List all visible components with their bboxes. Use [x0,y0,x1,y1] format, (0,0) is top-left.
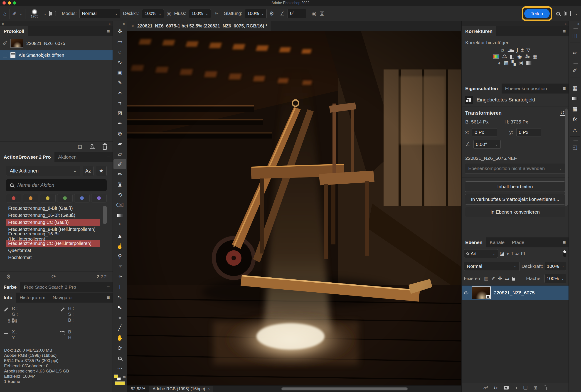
search-icon[interactable] [556,12,560,16]
tab-navigator[interactable]: Navigator [49,292,77,302]
layer-comp-select[interactable]: Ebenenkomposition nicht anwenden ⌄ [465,163,565,174]
dock-brush-presets[interactable]: ✐ [569,61,581,76]
history-checkbox[interactable] [3,53,7,58]
document-profile-status[interactable]: Adobe RGB (1998) (16bpc) › [149,386,213,392]
layer-blend-mode-select[interactable]: Normal ⌄ [464,262,520,271]
brightness-contrast-icon[interactable]: ☼ [500,47,505,52]
history-brush-source-icon[interactable]: ✐ [3,41,7,46]
channel-mixer-icon[interactable]: ⁂ [525,54,529,59]
share-button[interactable]: Teilen [524,9,550,18]
threshold-icon[interactable]: ▚ [512,60,515,66]
tab-farbe[interactable]: Farbe [0,282,20,292]
clone-stamp-tool[interactable]: ♜ [113,180,126,190]
flow-select[interactable]: 100% ⌄ [189,9,211,18]
history-step-row[interactable]: Als Smartobjekt öffnen [0,50,112,60]
dock-patterns[interactable]: ▩ [569,104,581,114]
gear-icon[interactable]: ⚙ [269,11,274,16]
panel-menu-icon[interactable]: ≡ [563,84,566,94]
document-tab[interactable]: × 220821_NZ6_6075-1 bei 52,5% (220821_NZ… [127,21,271,31]
dock-brush-settings[interactable]: ✑ [569,44,581,58]
foreground-color-swatch[interactable] [115,381,125,385]
patch-tool[interactable]: ▱ [113,149,126,159]
edit-contents-button[interactable]: Inhalt bearbeiten [465,181,565,192]
line-tool[interactable]: ╱ [113,322,126,333]
color-filter-green[interactable] [57,194,73,202]
horizontal-scrollbar[interactable] [281,388,408,390]
properties-scrollbar[interactable] [565,108,568,206]
new-document-from-state-icon[interactable]: ⊞ [78,144,82,150]
convert-to-layers-button[interactable]: In Ebenen konvertieren [465,207,565,217]
selective-color-icon[interactable]: ⋈ [518,60,523,66]
zoom-level-field[interactable]: 52,53% [127,386,149,392]
type-tool[interactable]: T [113,282,126,292]
rotate-view-tool[interactable]: ⟳ [113,343,126,353]
lock-position-icon[interactable]: ✜ [498,276,502,281]
refresh-icon[interactable]: ⟳ [51,274,56,280]
action-list-item[interactable]: Frequenztrennung_16-Bit (Gauß) [6,212,100,219]
tab-pfade[interactable]: Pfade [508,238,528,248]
tab-ebenenkomposition[interactable]: Ebenenkomposition [502,84,551,94]
foreground-background-colors[interactable] [114,374,121,380]
panel-menu-icon[interactable]: ≡ [107,26,110,36]
action-set-select[interactable]: Alle Aktionen ⌄ [6,166,80,176]
panel-menu-icon[interactable]: ≡ [563,26,566,36]
ellipse-shape-tool[interactable]: ● [113,312,126,322]
blend-mode-select[interactable]: Normal ⌄ [79,9,120,18]
tab-protokoll[interactable]: Protokoll [0,26,28,36]
vibrance-icon[interactable]: ▽ [526,47,530,52]
swap-colors-icon[interactable]: ⇆ [122,375,125,379]
layer-visibility-eye-icon[interactable] [464,292,469,294]
tab-info[interactable]: Info [0,292,16,302]
frame-tool[interactable]: ⊠ [113,108,126,118]
tab-kanaele[interactable]: Kanäle [486,238,508,248]
x-position-field[interactable]: 0 Px [472,128,497,136]
tab-eigenschaften[interactable]: Eigenschaften [462,84,502,94]
curves-icon[interactable]: ∫ [517,47,518,52]
direct-selection-tool[interactable]: ↖ [113,302,126,312]
rotation-select[interactable]: 0,00° ⌄ [474,140,501,149]
zoom-tool[interactable] [113,353,126,364]
exposure-icon[interactable]: ± [521,47,523,52]
delete-layer-icon[interactable] [544,386,547,390]
layer-style-fx-icon[interactable]: fx [494,385,498,390]
eraser-tool[interactable]: ⌫ [113,200,126,210]
collapse-dock-icon[interactable]: « [577,22,579,26]
lock-all-icon[interactable] [512,278,515,280]
move-tool[interactable]: ✜ [113,26,126,36]
new-snapshot-icon[interactable] [90,145,95,149]
object-selection-tool[interactable]: ▣ [113,67,126,78]
pressure-size-icon[interactable]: ◉ [312,11,317,16]
panel-menu-icon[interactable]: ≡ [107,292,110,302]
edit-toolbar-ellipsis[interactable]: ⋯ [113,364,126,374]
mixer-brush-tool[interactable]: ✏ [113,169,126,180]
panel-menu-icon[interactable]: ≡ [563,238,566,248]
color-lookup-icon[interactable]: ▦ [533,54,537,59]
airbrush-icon[interactable]: ✑ [214,11,218,16]
tab-free-stock-search[interactable]: Free Stock Search 2 Pro [20,282,80,292]
eyedropper-icon[interactable] [60,308,64,312]
filter-pixel-layers-icon[interactable]: ◪ [500,251,504,256]
gear-icon[interactable]: ⚙ [6,274,11,280]
close-icon[interactable]: × [131,23,134,29]
brush-tool-icon[interactable]: ✐ [12,11,17,16]
smoothing-select[interactable]: 100% ⌄ [245,9,267,18]
color-filter-yellow[interactable] [40,194,55,202]
path-selection-tool[interactable]: ↖ [113,292,126,302]
opacity-select[interactable]: 100% ⌄ [142,9,164,18]
action-list-item[interactable]: Hochformat [6,254,100,261]
action-list-scrollbar[interactable] [103,206,107,224]
action-list-item[interactable]: Frequenztrennung CC (Gauß) [6,219,100,226]
panel-menu-icon[interactable]: ≡ [107,282,110,292]
reset-transform-icon[interactable]: ↺ [560,110,565,116]
layer-row[interactable]: 220821_NZ6_6075 [462,286,569,300]
eyedropper-icon[interactable] [4,308,8,312]
color-filter-blue[interactable] [74,194,90,202]
photo-filter-icon[interactable]: ◉ [517,54,521,59]
dock-styles[interactable]: fx [569,114,581,124]
layer-fill-select[interactable]: 100% ⌄ [545,274,566,283]
tab-aktionen[interactable]: Aktionen [54,152,80,162]
sort-alphabetical-button[interactable]: Az [83,166,93,176]
action-search-field[interactable]: Name der Aktion [6,179,107,191]
new-adjustment-layer-icon[interactable]: ◑ [515,385,518,390]
favorites-star-button[interactable]: ★ [96,166,107,176]
